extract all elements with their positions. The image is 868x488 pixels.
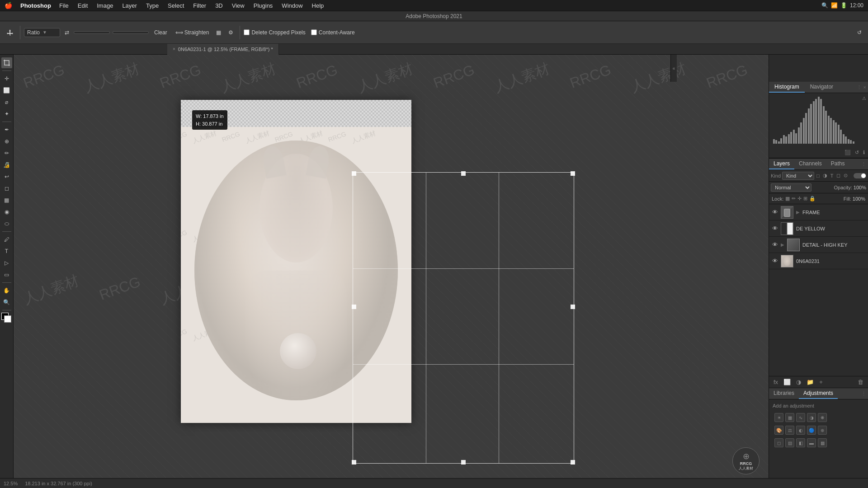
histogram-refresh-icon[interactable]: ↺ [854,149,860,156]
menu-window[interactable]: Window [277,0,307,11]
content-aware-label[interactable]: Content-Aware [311,29,355,36]
pen-tool[interactable]: 🖊 [1,234,12,245]
move-tool-button[interactable] [4,28,16,37]
crop-tool[interactable] [1,57,12,68]
filter-adjust-icon[interactable]: ◑ [822,172,828,179]
panel-options-icon[interactable]: ⋮ [857,84,862,90]
adj-panel-options-icon[interactable]: ⋮ [861,391,866,397]
blur-tool[interactable]: ◉ [1,206,12,217]
crop-handle-bottom-left[interactable] [352,460,356,465]
layer-item-de-yellow[interactable]: 👁 DE YELLOW [769,221,868,237]
histogram-info-icon[interactable]: ℹ [862,149,866,156]
filter-pixel-icon[interactable]: □ [816,172,821,179]
adj-gradient-map-icon[interactable]: ▬ [807,438,816,447]
crop-handle-right-mid[interactable] [571,305,575,309]
eyedropper-tool[interactable]: ✒ [1,124,12,135]
width-input[interactable] [74,31,110,34]
menu-help[interactable]: Help [307,0,329,11]
layer-expand-frame[interactable]: ▶ [796,210,800,215]
adj-vibrance-icon[interactable]: ❋ [818,413,827,422]
clone-stamp-tool[interactable]: 🔏 [1,160,12,170]
tab-adjustments[interactable]: Adjustments [799,388,838,399]
hand-tool[interactable]: ✋ [1,285,12,296]
lock-transparent-icon[interactable]: ▦ [785,196,790,202]
opacity-value[interactable]: 100% [854,185,866,190]
layer-item-detail-high-key[interactable]: 👁 ▶ DETAIL - HIGH KEY [769,237,868,253]
document-canvas[interactable]: RRCG人人素材 RRCG人人素材 RRCG人人素材 RRCG人人素材 RRCG… [181,100,411,423]
apple-menu[interactable]: 🍎 [0,2,17,9]
lock-artboards-icon[interactable]: ⊞ [803,196,807,202]
adj-threshold-icon[interactable]: ◧ [796,438,805,447]
crop-handle-top-right[interactable] [571,171,575,176]
foreground-color[interactable] [1,313,12,324]
tab-channels[interactable]: Channels [794,159,826,169]
menu-edit[interactable]: Edit [73,0,92,11]
menu-3d[interactable]: 3D [211,0,227,11]
adj-mixer-icon[interactable]: ⊕ [818,426,827,435]
blend-mode-dropdown[interactable]: Normal Multiply Screen Overlay Soft Ligh… [771,183,811,192]
filter-smart-icon[interactable]: ⊙ [843,172,849,179]
crop-handle-bottom-right[interactable] [571,460,575,465]
add-layer-button[interactable]: + [817,378,825,386]
menu-layer[interactable]: Layer [118,0,142,11]
tab-navigator[interactable]: Navigator [805,82,839,93]
height-input[interactable] [113,31,149,34]
tab-paths[interactable]: Paths [826,159,849,169]
menu-type[interactable]: Type [142,0,163,11]
menu-image[interactable]: Image [92,0,118,11]
layer-expand-detail[interactable]: ▶ [781,242,784,247]
adj-brightness-icon[interactable]: ☀ [774,413,783,422]
adj-curves-icon[interactable]: ∿ [796,413,805,422]
filter-toggle[interactable] [854,173,866,178]
adjustment-layer-button[interactable]: ◑ [794,378,803,386]
grid-button[interactable]: ▦ [213,28,224,37]
crop-handle-bottom-mid[interactable] [461,460,466,465]
menu-select[interactable]: Select [163,0,189,11]
adj-bw-icon[interactable]: ◐ [796,426,805,435]
adj-exposure-icon[interactable]: ◑ [807,413,816,422]
delete-cropped-checkbox[interactable] [244,29,250,35]
crop-handle-top-mid[interactable] [461,171,466,176]
adj-levels-icon[interactable]: ▦ [785,413,794,422]
history-brush-tool[interactable]: ↩ [1,171,12,182]
add-group-button[interactable]: 📁 [805,378,816,386]
ratio-dropdown[interactable]: Ratio ▼ [24,28,60,37]
tab-layers[interactable]: Layers [769,159,794,169]
layer-fx-button[interactable]: fx [772,378,780,386]
fill-value[interactable]: 100% [853,196,865,202]
straighten-button[interactable]: ⟺ Straighten [173,28,212,37]
add-mask-button[interactable]: ⬜ [782,378,793,386]
menu-plugins[interactable]: Plugins [249,0,278,11]
canvas-area[interactable]: RRCG 人人素材 RRCG 人人素材 RRCG 人人素材 RRCG 人人素材 … [14,55,769,478]
layer-item-frame[interactable]: 👁 ▶ FRAME [769,204,868,221]
layer-visibility-detail-high-key[interactable]: 👁 [772,241,778,248]
layer-visibility-frame[interactable]: 👁 [772,209,778,216]
layer-visibility-0n6a0231[interactable]: 👁 [772,258,778,264]
menu-file[interactable]: File [55,0,73,11]
rectangular-marquee-tool[interactable]: ⬜ [1,85,12,96]
text-tool[interactable]: T [1,246,12,257]
search-icon[interactable]: 🔍 [821,2,828,9]
spot-heal-tool[interactable]: ⊕ [1,136,12,147]
tab-close-icon[interactable]: × [173,47,175,52]
tab-libraries[interactable]: Libraries [769,388,799,399]
document-tab[interactable]: × 0N6A0231-1 @ 12.5% (FRAME, RGB/8*) * [167,44,279,55]
layer-item-0n6a0231[interactable]: 👁 0N6A0231 [769,253,868,269]
filter-shape-icon[interactable]: ◻ [835,172,841,179]
crop-settings-button[interactable]: ⚙ [226,28,236,37]
delete-cropped-label[interactable]: Delete Cropped Pixels [244,29,305,36]
adj-colorbalance-icon[interactable]: ⚖ [785,426,794,435]
lock-all-icon[interactable]: 🔒 [809,196,816,202]
lock-position-icon[interactable]: ✛ [797,196,802,202]
lock-image-icon[interactable]: ✏ [792,196,796,202]
gradient-tool[interactable]: ▦ [1,195,12,206]
adj-selective-color-icon[interactable]: ▦ [818,438,827,447]
layers-panel-options-icon[interactable]: ⋮ [861,161,866,167]
quick-select-tool[interactable]: ✦ [1,108,12,119]
eraser-tool[interactable]: ◻ [1,183,12,194]
path-selection-tool[interactable]: ▷ [1,258,12,268]
dodge-tool[interactable]: ⬭ [1,218,12,229]
zoom-tool[interactable]: 🔍 [1,297,12,308]
filter-text-icon[interactable]: T [830,172,835,179]
menu-filter[interactable]: Filter [189,0,211,11]
